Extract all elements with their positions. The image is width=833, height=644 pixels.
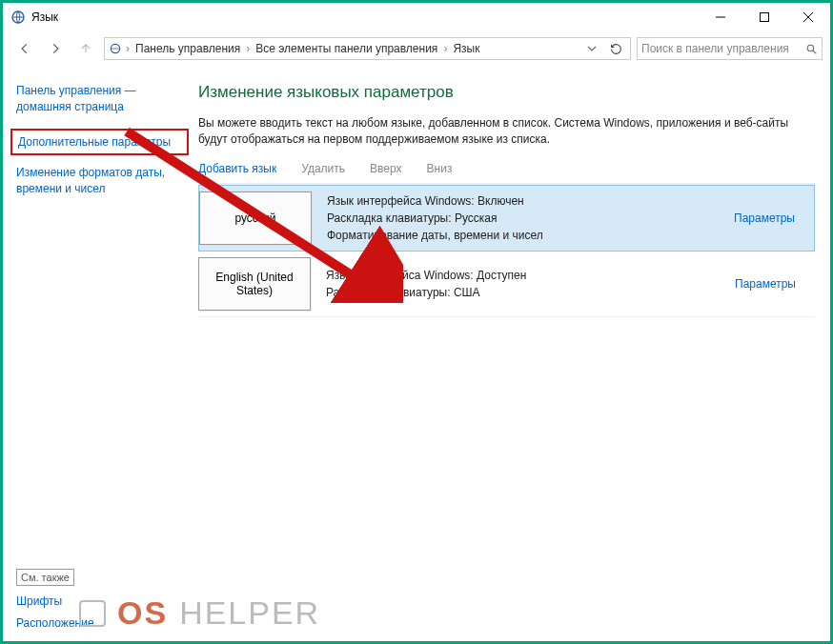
search-icon xyxy=(805,43,818,55)
page-title: Изменение языковых параметров xyxy=(198,83,815,102)
move-down-button[interactable]: Вниз xyxy=(427,162,453,175)
window-title: Язык xyxy=(31,10,699,24)
language-row[interactable]: English (United States)Язык интерфейса W… xyxy=(198,252,815,317)
svg-point-6 xyxy=(807,45,814,51)
chevron-right-icon: › xyxy=(126,42,130,55)
language-button[interactable]: English (United States) xyxy=(198,257,311,311)
breadcrumb[interactable]: › Панель управления › Все элементы панел… xyxy=(104,37,631,60)
control-panel-icon xyxy=(109,42,122,55)
close-button[interactable] xyxy=(786,3,830,31)
main-content: Изменение языковых параметров Вы можете … xyxy=(198,66,830,641)
breadcrumb-item[interactable]: Язык xyxy=(451,42,481,55)
remove-language-button[interactable]: Удалить xyxy=(301,162,345,175)
app-icon xyxy=(10,10,26,25)
language-list: русскийЯзык интерфейса Windows: ВключенР… xyxy=(198,184,815,317)
move-up-button[interactable]: Вверх xyxy=(370,162,401,175)
control-panel-home-link[interactable]: Панель управления — домашняя страница xyxy=(16,83,189,115)
advanced-settings-highlight: Дополнительные параметры xyxy=(10,129,189,156)
fonts-link[interactable]: Шрифты xyxy=(16,594,94,610)
add-language-button[interactable]: Добавить язык xyxy=(198,162,276,175)
search-input[interactable]: Поиск в панели управления xyxy=(637,37,823,60)
minimize-button[interactable] xyxy=(699,3,742,31)
breadcrumb-item[interactable]: Панель управления xyxy=(133,42,242,55)
svg-rect-2 xyxy=(761,13,769,22)
address-bar: › Панель управления › Все элементы панел… xyxy=(3,31,830,66)
refresh-button[interactable] xyxy=(605,43,626,55)
left-nav: Панель управления — домашняя страница До… xyxy=(3,66,198,641)
language-info: Язык интерфейса Windows: ВключенРаскладк… xyxy=(327,192,722,244)
titlebar: Язык xyxy=(3,3,830,31)
language-button[interactable]: русский xyxy=(199,191,312,245)
up-button[interactable] xyxy=(73,36,98,61)
advanced-settings-link[interactable]: Дополнительные параметры xyxy=(18,134,181,151)
back-button[interactable] xyxy=(12,36,37,61)
toolbar: Добавить язык Удалить Вверх Вниз xyxy=(198,158,815,184)
see-also: См. также Шрифты Расположение xyxy=(16,569,94,632)
search-placeholder: Поиск в панели управления xyxy=(641,42,789,55)
maximize-button[interactable] xyxy=(742,3,786,31)
date-format-link[interactable]: Изменение форматов даты, времени и чисел xyxy=(16,165,189,197)
chevron-right-icon: › xyxy=(246,42,250,55)
language-options-link[interactable]: Параметры xyxy=(722,211,806,225)
forward-button[interactable] xyxy=(43,36,68,61)
chevron-right-icon: › xyxy=(443,42,447,55)
language-row[interactable]: русскийЯзык интерфейса Windows: ВключенР… xyxy=(198,185,815,252)
svg-line-7 xyxy=(813,50,816,53)
see-also-title: См. также xyxy=(16,569,74,586)
language-info: Язык интерфейса Windows: ДоступенРасклад… xyxy=(326,267,723,301)
language-options-link[interactable]: Параметры xyxy=(723,277,807,291)
breadcrumb-dropdown[interactable] xyxy=(582,44,601,53)
location-link[interactable]: Расположение xyxy=(16,615,94,632)
breadcrumb-item[interactable]: Все элементы панели управления xyxy=(254,42,439,55)
page-description: Вы можете вводить текст на любом языке, … xyxy=(198,115,789,149)
